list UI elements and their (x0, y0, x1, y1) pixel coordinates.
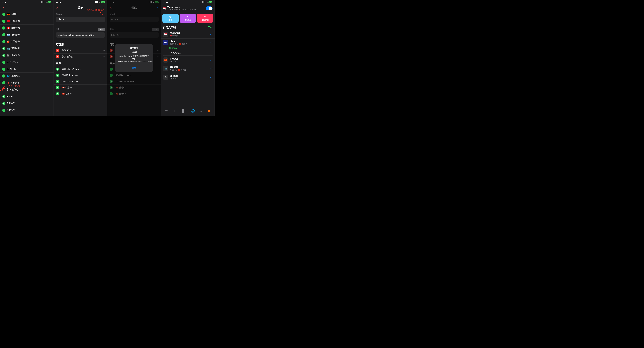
disney-chevron: › (212, 41, 212, 44)
apple-name: 苹果服务 (170, 57, 210, 60)
disney-selected-hk[interactable]: ✓ 香港节点 (163, 46, 212, 51)
strategy-settings-icon[interactable]: Σ⚙ (208, 26, 212, 29)
signal-icon-4: ▌▌▌ (202, 1, 206, 3)
add-btn-proxy[interactable]: + (2, 102, 6, 105)
add-btn-netflix[interactable]: + (2, 68, 6, 71)
add-btn-sg-node[interactable]: + (2, 88, 6, 91)
add-btn-ultimate[interactable]: + (2, 81, 6, 84)
add-btn-reject[interactable]: + (2, 95, 6, 98)
modal-confirm-btn[interactable]: 确定 (115, 65, 154, 72)
add-btn-lossdeal[interactable]: + (56, 80, 59, 83)
chart-tab-icon[interactable]: ▐▌ (181, 109, 185, 113)
panel2: 21:16 ▌▌▌ ▲ 92% ✕ 策略 ✓ 添加好后点击此处保存 策略名 Di… (54, 0, 107, 116)
icon-input-row[interactable]: https://raw.githubusercontent.com/Koolso… (56, 32, 105, 38)
name-input-row[interactable]: Disney (56, 16, 105, 22)
list-item-proxy[interactable]: + PROXY (0, 100, 54, 107)
confirm-button-2[interactable]: ✓ (102, 6, 105, 9)
list-item-ar01[interactable]: + 🇦🇷 阿根廷01 (0, 31, 54, 38)
label-direct: DIRECT (7, 109, 16, 112)
sg-name: 新加坡节点 (170, 31, 210, 34)
list-item-direct[interactable]: + DIRECT (0, 107, 54, 114)
more-item-version[interactable]: + 节点版本: v3.0.0 (54, 72, 107, 78)
list-item-youtube[interactable]: + ▶ YouTube (0, 59, 54, 66)
icon-foreign-web: 🌐 (7, 75, 10, 77)
label-reject: REJECT (7, 95, 16, 98)
add-btn-foreign-video[interactable]: + (2, 47, 6, 50)
tab-nodes[interactable]: ⚙ 节点 (162, 13, 178, 23)
more-item-lossdeal[interactable]: + LossDeal 0.1x Node (54, 78, 107, 85)
list-item-foreign-web[interactable]: + 🌐 国外网站 (0, 73, 54, 79)
list-item-de01[interactable]: + 🇩🇪 德国01 (0, 11, 54, 18)
nodes-icon: ⚙ (169, 15, 172, 18)
icon-value: https://raw.githubusercontent.com/Koolso… (58, 34, 94, 36)
close-button-2[interactable]: ✕ (56, 6, 58, 9)
list-item-netflix[interactable]: + 🖥 Netflix (0, 66, 54, 73)
add-btn-direct[interactable]: + (2, 109, 6, 112)
location-header: 🇸🇬 Tsuen Wan ★ HYTRON NETWORK SERVICES L… (161, 4, 214, 12)
location-text-group: Tsuen Wan ★ HYTRON NETWORK SERVICES LIM.… (167, 6, 197, 11)
strategy-domestic-video[interactable]: 🎬 国内视频 DIRECT ✓ › (161, 73, 214, 81)
list-item-domestic-video[interactable]: + 🎬 国内视频 (0, 52, 54, 59)
list-item-foreign-video[interactable]: + 📺 国外影视 (0, 45, 54, 52)
add-tab-icon[interactable]: + (174, 109, 175, 113)
quoted-hk-text: 香港节点 (62, 49, 103, 52)
add-btn-hk02[interactable]: + (56, 92, 59, 95)
list-item-sg-node[interactable]: + 新加坡节点 (0, 86, 54, 93)
remove-btn-sg[interactable]: − (56, 55, 59, 58)
disney-check: ✓ (210, 41, 212, 44)
sg-flag-icon: 🇸🇬 (163, 32, 168, 37)
battery-2: 92% (101, 1, 105, 3)
add-btn-de01[interactable]: + (2, 13, 6, 16)
list-item-ca01[interactable]: + 🇨🇦 加拿大01 (0, 24, 54, 31)
add-btn-url[interactable]: + (56, 68, 59, 71)
quoted-item-hk[interactable]: − 香港节点 ≡ (54, 47, 107, 54)
add-btn-hk01[interactable]: + (56, 86, 59, 89)
modal-header: 提示信息 (115, 44, 154, 50)
apple-sub-text: DIRECT (170, 60, 176, 62)
close-button-1[interactable]: ✕ (2, 6, 5, 9)
tab-rules[interactable]: ▼ 分流规则 (180, 13, 196, 23)
strategy-apple[interactable]: 🍎 苹果服务 DIRECT ✓ › (161, 56, 214, 64)
edit-tab-icon[interactable]: ✏ (165, 109, 168, 113)
tab-rewrite[interactable]: ✏ 重写规则 (197, 13, 213, 23)
add-btn-ar01[interactable]: + (2, 33, 6, 36)
strategy-foreign-video[interactable]: 📺 国外影视 PROXY ▶ 🇭🇰 香港01 ✓ › (161, 64, 214, 73)
status-icons-4: ▌▌▌ ▲ 92% (202, 1, 212, 3)
sg-sub-flag: 🇸🇬 (170, 35, 172, 37)
foreign-video-arrow: ▶ (176, 69, 178, 71)
more-hk02-text: 🇭🇰 香港02 (62, 92, 72, 95)
vpn-toggle[interactable] (206, 6, 212, 10)
disney-unselected-sg[interactable]: 新加坡节点 (163, 51, 212, 56)
location-tab-icon[interactable]: ◆ (208, 109, 210, 113)
name-value: Disney (58, 18, 64, 20)
domestic-video-icon: 🎬 (163, 75, 168, 80)
label-foreign-video: 国外影视 (10, 47, 20, 50)
sg-info: 新加坡节点 🇸🇬 新加坡01 (170, 31, 210, 37)
confirm-button-1[interactable]: ✓ (49, 6, 51, 9)
more-item-hk02[interactable]: + 🇭🇰 香港02 (54, 91, 107, 97)
add-btn-ca01[interactable]: + (2, 26, 6, 29)
icon-label: 图标 (56, 28, 60, 30)
remove-btn-hk[interactable]: − (56, 49, 59, 52)
label-youtube: YouTube (10, 61, 18, 64)
add-btn-apple[interactable]: + (2, 40, 6, 43)
more-item-url[interactable]: + 网址 MagicSchool.cc (54, 66, 107, 72)
strategy-sg-node[interactable]: 🇸🇬 新加坡节点 🇸🇬 新加坡01 ✓ › (161, 30, 214, 39)
quoted-item-sg[interactable]: − 新加坡节点 ≡ (54, 54, 107, 60)
browse-button[interactable]: 浏览 (98, 28, 105, 31)
globe-tab-icon[interactable]: 🌐 (191, 109, 195, 113)
list-item-reject[interactable]: + REJECT (0, 93, 54, 100)
add-btn-foreign-web[interactable]: + (2, 74, 6, 78)
add-btn-tr01[interactable]: + (2, 19, 6, 23)
page-title-2: 策略 (78, 6, 83, 10)
add-btn-youtube[interactable]: + (2, 61, 6, 64)
add-btn-domestic-video[interactable]: + (2, 54, 6, 57)
strategy-disney[interactable]: D+ Disney 香港节点 ▶ 🇭🇰 香港01 ✓ › ✓ 香港节 (161, 39, 214, 56)
add-btn-version[interactable]: + (56, 74, 59, 77)
list-item-ultimate[interactable]: + 📍 终极清单 (0, 79, 54, 86)
more-item-hk01[interactable]: + 🇭🇰 香港01 (54, 85, 107, 91)
list-item-tr01[interactable]: + 🇹🇷 土耳其01 (0, 18, 54, 24)
menu-tab-icon[interactable]: ≡ (200, 109, 202, 113)
label-de01: 德国01 (10, 13, 18, 16)
list-item-apple[interactable]: + 🍎 苹果服务 (0, 38, 54, 45)
